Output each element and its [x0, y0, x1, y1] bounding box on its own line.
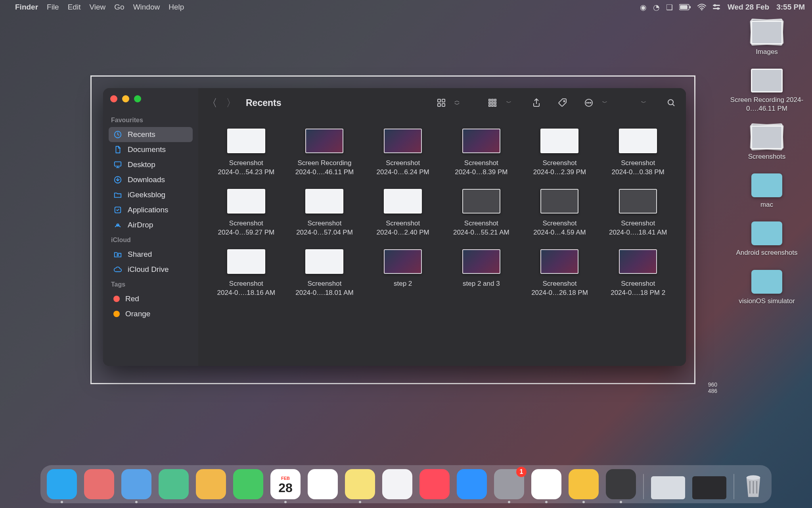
file-item[interactable]: Screenshot2024-0…59.27 PM: [210, 189, 282, 237]
dock-app-chrome[interactable]: [531, 469, 561, 499]
file-item[interactable]: Screenshot2024-0…6.24 PM: [367, 129, 439, 177]
nav-forward-button[interactable]: 〉: [224, 96, 238, 110]
file-item[interactable]: Screenshot2024-0…54.23 PM: [210, 129, 282, 177]
view-options-chevron-icon[interactable]: ︿﹀: [450, 96, 465, 110]
group-by-chevron-icon[interactable]: ﹀: [501, 96, 516, 110]
sidebar-tag-red[interactable]: Red: [109, 291, 193, 306]
sidebar-item-igeeksblog[interactable]: iGeeksblog: [109, 187, 193, 202]
view-icon-button[interactable]: [434, 96, 449, 110]
dock-app-mail[interactable]: [121, 469, 151, 499]
dock-trash[interactable]: [741, 471, 765, 499]
status-sync-icon[interactable]: ◔: [653, 3, 660, 12]
desktop-icon[interactable]: Screen Recording 2024-0….46.11 PM: [727, 69, 806, 113]
menubar-app-name[interactable]: Finder: [15, 3, 38, 12]
group-by-button[interactable]: [485, 96, 500, 110]
menu-window[interactable]: Window: [133, 3, 160, 12]
file-item[interactable]: step 2 and 3: [445, 249, 517, 298]
window-controls: [110, 95, 193, 102]
file-name: Screen Recording2024-0….46.11 PM: [295, 159, 354, 177]
finder-window[interactable]: Favourites RecentsDocumentsDesktopDownlo…: [103, 88, 686, 366]
menu-edit[interactable]: Edit: [68, 3, 81, 12]
share-button[interactable]: [529, 96, 544, 110]
dock-recent-file2[interactable]: [692, 476, 726, 499]
status-control-center-icon[interactable]: [712, 4, 720, 11]
dock-app-appstore[interactable]: [457, 469, 487, 499]
menubar-date[interactable]: Wed 28 Feb: [728, 3, 769, 12]
dock-app-finder[interactable]: [47, 469, 77, 499]
close-button[interactable]: [110, 95, 117, 102]
desktop-icon[interactable]: Android screenshots: [727, 221, 806, 257]
file-item[interactable]: Screenshot2024-0…55.21 AM: [445, 189, 517, 237]
actions-chevron-icon[interactable]: ﹀: [597, 96, 612, 110]
file-item[interactable]: Screenshot2024-0…0.38 PM: [602, 129, 674, 177]
menu-view[interactable]: View: [89, 3, 105, 12]
menu-file[interactable]: File: [47, 3, 59, 12]
file-item[interactable]: Screenshot2024-0….18.01 AM: [289, 249, 361, 298]
file-name: Screenshot2024-0…59.27 PM: [218, 219, 274, 237]
sidebar-item-airdrop[interactable]: AirDrop: [109, 217, 193, 233]
menu-help[interactable]: Help: [169, 3, 184, 12]
status-stack-icon[interactable]: ❑: [666, 3, 673, 12]
dock-app-figma[interactable]: [606, 469, 636, 499]
sidebar-item-documents[interactable]: Documents: [109, 142, 193, 157]
running-indicator-icon: [284, 501, 287, 503]
menubar-time[interactable]: 3:55 PM: [776, 3, 805, 12]
svg-point-7: [717, 8, 719, 10]
file-item[interactable]: Screenshot2024-0….18 PM 2: [602, 249, 674, 298]
sidebar-item-desktop[interactable]: Desktop: [109, 157, 193, 172]
dock-app-music[interactable]: [419, 469, 450, 499]
dock-app-photos[interactable]: [196, 469, 226, 499]
desktop-icon[interactable]: Images: [727, 21, 806, 56]
dock-app-settings[interactable]: 1: [494, 469, 524, 499]
status-battery-icon[interactable]: [679, 4, 691, 10]
dock-app-facetime[interactable]: [233, 469, 263, 499]
dock-app-maps[interactable]: [159, 469, 189, 499]
toolbar-chevron-icon[interactable]: ﹀: [636, 96, 651, 110]
sidebar-item-downloads[interactable]: Downloads: [109, 172, 193, 187]
desktop-icon[interactable]: Screenshots: [727, 125, 806, 161]
sidebar-tag-orange[interactable]: Orange: [109, 306, 193, 321]
dock-app-basecamp[interactable]: [569, 469, 599, 499]
file-item[interactable]: Screenshot2024-0…57.04 PM: [289, 189, 361, 237]
dock-app-launchpad[interactable]: [84, 469, 114, 499]
desktop-icon[interactable]: mac: [727, 173, 806, 209]
fullscreen-button[interactable]: [134, 95, 141, 102]
desktop-icon-label: visionOS simulator: [739, 297, 795, 305]
tag-dot-icon: [113, 311, 120, 317]
svg-rect-24: [494, 99, 496, 101]
file-item[interactable]: Screenshot2024-0…2.39 PM: [524, 129, 596, 177]
file-item[interactable]: step 2: [367, 249, 439, 298]
sidebar-item-shared[interactable]: Shared: [109, 247, 193, 262]
search-button[interactable]: [664, 96, 679, 110]
file-item[interactable]: Screenshot2024-0…26.18 PM: [524, 249, 596, 298]
dock-app-freeform[interactable]: [382, 469, 412, 499]
file-item[interactable]: Screenshot2024-0…2.40 PM: [367, 189, 439, 237]
desktop-icon[interactable]: visionOS simulator: [727, 270, 806, 305]
nav-back-button[interactable]: 〈: [205, 96, 219, 110]
tags-button[interactable]: [555, 96, 570, 110]
file-item[interactable]: Screenshot2024-0….18.41 AM: [602, 189, 674, 237]
dock-app-notes[interactable]: [345, 469, 375, 499]
finder-toolbar: 〈 〉 Recents ︿﹀ ﹀: [198, 88, 686, 117]
menu-go[interactable]: Go: [114, 3, 124, 12]
file-item[interactable]: Screen Recording2024-0….46.11 PM: [289, 129, 361, 177]
status-wifi-icon[interactable]: [697, 4, 706, 11]
dock-app-calendar[interactable]: FEB28: [270, 469, 301, 499]
file-item[interactable]: Screenshot2024-0….18.16 AM: [210, 249, 282, 298]
file-name: Screenshot2024-0…4.59 AM: [533, 219, 586, 237]
sidebar-item-applications[interactable]: Applications: [109, 202, 193, 217]
actions-button[interactable]: [581, 96, 596, 110]
status-record-icon[interactable]: ◉: [640, 3, 647, 12]
airdrop-icon: [113, 221, 122, 229]
file-item[interactable]: Screenshot2024-0…8.39 PM: [445, 129, 517, 177]
dock-app-reminders[interactable]: [308, 469, 338, 499]
file-item[interactable]: Screenshot2024-0…4.59 AM: [524, 189, 596, 237]
files-grid[interactable]: Screenshot2024-0…54.23 PMScreen Recordin…: [198, 117, 686, 366]
sidebar-icloud-title: iCloud: [111, 237, 190, 244]
minimize-button[interactable]: [122, 95, 129, 102]
svg-point-29: [587, 102, 588, 103]
dock-recent-file1[interactable]: [651, 476, 685, 499]
sidebar-item-icloud-drive[interactable]: iCloud Drive: [109, 262, 193, 277]
sidebar-item-recents[interactable]: Recents: [109, 127, 193, 142]
svg-rect-9: [115, 162, 121, 166]
